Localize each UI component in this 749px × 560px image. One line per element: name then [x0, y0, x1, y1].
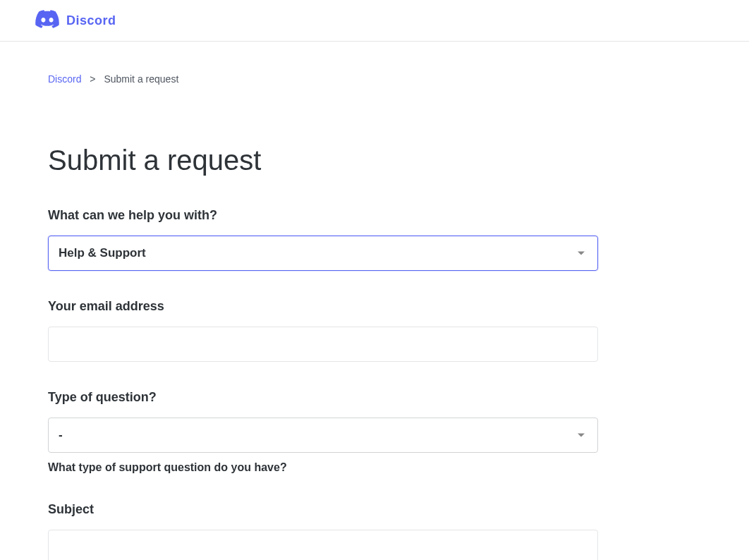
breadcrumb: Discord > Submit a request	[48, 42, 598, 85]
subject-field: Subject	[48, 502, 598, 560]
header: Discord	[0, 0, 749, 42]
subject-label: Subject	[48, 502, 598, 517]
chevron-down-icon	[578, 434, 585, 437]
question-type-label: Type of question?	[48, 390, 598, 405]
subject-input[interactable]	[48, 530, 598, 560]
question-type-field: Type of question? - What type of support…	[48, 390, 598, 474]
help-with-select[interactable]: Help & Support	[48, 236, 598, 271]
email-input[interactable]	[48, 327, 598, 362]
help-with-field: What can we help you with? Help & Suppor…	[48, 208, 598, 271]
brand-name: Discord	[66, 13, 116, 28]
question-type-select[interactable]: -	[48, 418, 598, 453]
help-with-value: Help & Support	[59, 246, 146, 260]
email-label: Your email address	[48, 299, 598, 314]
discord-icon	[35, 10, 59, 31]
main-container: Discord > Submit a request Submit a requ…	[34, 42, 612, 560]
breadcrumb-current: Submit a request	[104, 73, 178, 85]
question-type-hint: What type of support question do you hav…	[48, 461, 598, 474]
email-field: Your email address	[48, 299, 598, 362]
chevron-down-icon	[578, 252, 585, 255]
brand-logo[interactable]: Discord	[35, 10, 116, 31]
help-with-label: What can we help you with?	[48, 208, 598, 223]
breadcrumb-root-link[interactable]: Discord	[48, 73, 81, 85]
breadcrumb-separator: >	[90, 73, 95, 85]
page-title: Submit a request	[48, 145, 598, 176]
question-type-value: -	[59, 428, 63, 442]
